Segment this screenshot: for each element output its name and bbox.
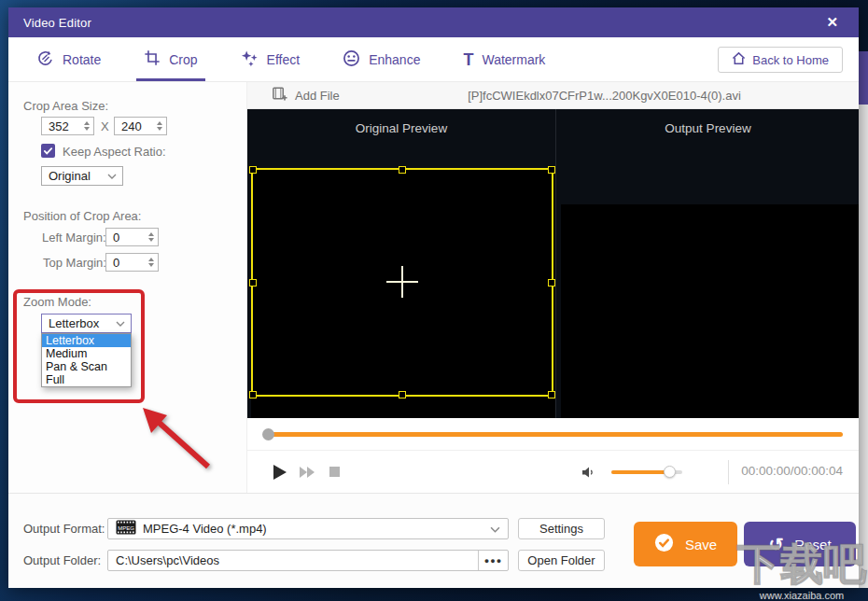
crop-height-value: 240 xyxy=(115,119,153,133)
watermark-text-icon: T xyxy=(463,51,473,68)
background-window-sliver xyxy=(859,51,868,105)
video-editor-window: Video Editor ✕ Rotate Crop xyxy=(8,7,859,588)
output-format-label: Output Format: xyxy=(23,522,105,536)
checkmark-icon xyxy=(43,146,53,156)
chevron-down-icon xyxy=(116,321,131,327)
tab-label: Enhance xyxy=(369,52,420,67)
tab-enhance[interactable]: Enhance xyxy=(343,37,420,81)
tab-label: Effect xyxy=(267,52,301,67)
window-title: Video Editor xyxy=(23,16,91,30)
stepper-arrows-icon[interactable] xyxy=(145,258,158,267)
seek-bar[interactable] xyxy=(269,432,843,437)
add-file-button[interactable]: Add File xyxy=(247,86,340,105)
keep-aspect-ratio-label: Keep Aspect Ratio: xyxy=(63,145,166,159)
annotation-arrow xyxy=(126,399,219,479)
tab-rotate[interactable]: Rotate xyxy=(36,37,101,81)
top-margin-stepper[interactable]: 0 xyxy=(105,253,159,272)
tab-label: Crop xyxy=(169,52,197,67)
dimension-separator-label: X xyxy=(101,119,109,133)
tab-label: Watermark xyxy=(482,52,545,67)
tab-watermark[interactable]: T Watermark xyxy=(463,37,545,81)
browse-folder-button[interactable]: ●●● xyxy=(478,551,508,570)
time-display: 00:00:00/00:00:04 xyxy=(741,464,843,478)
crop-icon xyxy=(144,49,161,69)
preview-area: Original Preview Output Preview xyxy=(247,109,859,418)
zoom-mode-option-medium[interactable]: Medium xyxy=(42,347,131,360)
crop-settings-panel: Crop Area Size: 352 X 240 Keep Aspect Ra… xyxy=(8,82,247,493)
controls-divider xyxy=(728,460,729,484)
volume-thumb[interactable] xyxy=(664,466,676,478)
check-circle-icon xyxy=(654,533,674,555)
output-folder-label: Output Folder: xyxy=(23,553,101,567)
zoom-mode-label: Zoom Mode: xyxy=(23,295,91,309)
aspect-ratio-dropdown[interactable]: Original xyxy=(41,166,123,186)
title-bar: Video Editor ✕ xyxy=(8,7,859,37)
home-icon xyxy=(732,51,746,68)
crop-area-size-label: Crop Area Size: xyxy=(23,99,108,113)
chevron-down-icon xyxy=(107,174,122,179)
loaded-file-name: [P]fcCWIEkdlx07CFrP1w...200KgvX0E010-4(0… xyxy=(406,89,803,103)
crop-handle-bottom-left[interactable] xyxy=(249,391,257,398)
aspect-ratio-value: Original xyxy=(42,169,107,183)
chevron-down-icon xyxy=(490,522,500,536)
close-icon[interactable]: ✕ xyxy=(820,14,844,31)
speaker-icon[interactable] xyxy=(580,464,596,484)
back-to-home-label: Back to Home xyxy=(752,53,829,67)
zoom-mode-option-letterbox[interactable]: Letterbox xyxy=(42,334,131,347)
top-margin-label: Top Margin: xyxy=(43,256,106,270)
seek-thumb[interactable] xyxy=(262,428,274,440)
stepper-arrows-icon[interactable] xyxy=(80,121,93,131)
output-format-dropdown[interactable]: MPEG MPEG-4 Video (*.mp4) xyxy=(107,518,509,539)
save-label: Save xyxy=(685,537,717,552)
stepper-arrows-icon[interactable] xyxy=(145,232,158,242)
stop-button[interactable] xyxy=(329,467,340,477)
zoom-mode-option-full[interactable]: Full xyxy=(42,373,131,386)
stepper-arrows-icon[interactable] xyxy=(153,121,166,131)
reset-label: Reset xyxy=(794,537,831,552)
mpeg-format-icon: MPEG xyxy=(116,520,136,538)
preview-divider xyxy=(555,109,556,418)
crop-handle-bottom-right[interactable] xyxy=(548,391,555,398)
crop-handle-mid-right[interactable] xyxy=(548,279,555,287)
crop-handle-top-center[interactable] xyxy=(399,166,406,174)
output-folder-input[interactable]: C:\Users\pc\Videos ●●● xyxy=(107,550,509,571)
reset-icon: ↺ xyxy=(768,536,783,553)
preview-workspace: Add File [P]fcCWIEkdlx07CFrP1w...200KgvX… xyxy=(247,82,859,493)
add-file-icon xyxy=(272,86,287,105)
zoom-mode-option-pan-scan[interactable]: Pan & Scan xyxy=(42,360,131,373)
tab-effect[interactable]: Effect xyxy=(241,37,301,81)
tab-crop[interactable]: Crop xyxy=(144,37,197,81)
zoom-mode-value: Letterbox xyxy=(42,316,116,330)
svg-text:MPEG: MPEG xyxy=(118,525,134,531)
keep-aspect-ratio-checkbox[interactable] xyxy=(41,144,55,158)
zoom-mode-option-list: Letterbox Medium Pan & Scan Full xyxy=(41,333,132,387)
crop-handle-mid-left[interactable] xyxy=(249,279,257,287)
settings-button[interactable]: Settings xyxy=(518,518,605,539)
left-margin-value: 0 xyxy=(106,231,145,245)
crop-height-stepper[interactable]: 240 xyxy=(114,117,167,135)
site-watermark-url: www.xiazaiba.com xyxy=(737,590,866,601)
fast-forward-button[interactable] xyxy=(300,467,315,478)
file-bar: Add File [P]fcCWIEkdlx07CFrP1w...200KgvX… xyxy=(247,82,859,109)
output-panel: Output Format: MPEG MPEG-4 Video (*.mp4)… xyxy=(8,493,859,588)
crop-handle-bottom-center[interactable] xyxy=(399,391,406,398)
reset-button[interactable]: ↺ Reset xyxy=(744,522,856,566)
crop-width-stepper[interactable]: 352 xyxy=(41,117,94,135)
output-video-frame xyxy=(561,204,859,438)
add-file-label: Add File xyxy=(295,89,340,103)
play-button[interactable] xyxy=(273,465,287,480)
open-folder-button[interactable]: Open Folder xyxy=(518,550,605,571)
zoom-mode-dropdown[interactable]: Letterbox xyxy=(41,314,132,333)
timeline-row xyxy=(247,418,859,451)
left-margin-stepper[interactable]: 0 xyxy=(105,228,159,246)
top-margin-value: 0 xyxy=(106,256,145,270)
crop-handle-top-left[interactable] xyxy=(249,166,257,174)
back-to-home-button[interactable]: Back to Home xyxy=(718,47,843,73)
volume-slider[interactable] xyxy=(611,470,682,474)
output-folder-value: C:\Users\pc\Videos xyxy=(108,553,478,567)
crop-handle-top-right[interactable] xyxy=(548,166,555,174)
save-button[interactable]: Save xyxy=(634,522,737,566)
tab-label: Rotate xyxy=(63,52,101,67)
volume-fill xyxy=(611,470,669,474)
rotate-icon xyxy=(36,49,54,70)
